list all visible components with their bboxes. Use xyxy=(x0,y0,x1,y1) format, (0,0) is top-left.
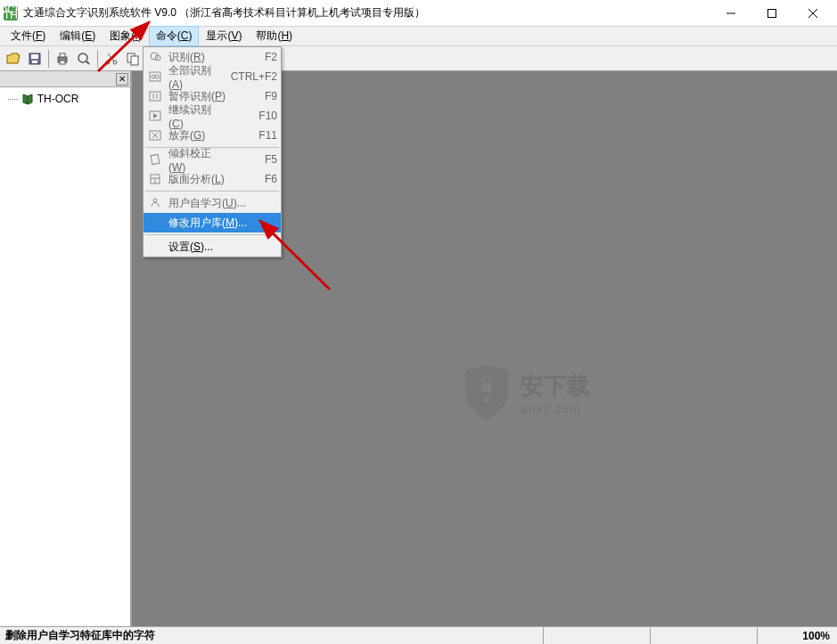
svg-rect-35 xyxy=(151,154,160,164)
dropdown-item[interactable]: 设置(S)... xyxy=(144,237,281,257)
print-preview-button[interactable] xyxy=(74,49,94,69)
dropdown-item-shortcut: F2 xyxy=(233,51,277,63)
dropdown-item-shortcut: F5 xyxy=(233,153,277,166)
tree-connector: ····· xyxy=(7,93,18,105)
status-cell xyxy=(543,627,650,644)
menubar: 文件(F)编辑(E)图象(I)命令(C)显示(V)帮助(H) xyxy=(0,27,837,46)
dropdown-item-shortcut: F9 xyxy=(233,90,277,102)
layout-icon xyxy=(147,171,163,187)
dropdown-item[interactable]: 修改用户库(M)... xyxy=(144,213,281,232)
maximize-button[interactable] xyxy=(751,0,792,27)
dropdown-separator xyxy=(145,234,279,235)
toolbar xyxy=(0,46,837,71)
status-zoom: 100% xyxy=(757,627,837,644)
book-icon xyxy=(21,93,34,105)
workspace: ✕ ····· TH-OCR 安下载 anxz.com xyxy=(0,71,837,626)
cut-button[interactable] xyxy=(102,49,121,69)
deskew-icon xyxy=(147,151,163,167)
open-button[interactable] xyxy=(4,49,23,69)
svg-rect-4 xyxy=(768,9,776,17)
menu-item[interactable]: 显示(V) xyxy=(199,26,249,46)
menu-item[interactable]: 文件(F) xyxy=(4,26,53,46)
svg-rect-12 xyxy=(60,61,65,64)
dropdown-item-label: 用户自学习(U)... xyxy=(168,196,277,211)
abort-icon xyxy=(147,127,163,143)
statusbar: 删除用户自学习特征库中的字符 100% xyxy=(0,626,837,644)
blank-icon xyxy=(147,239,163,255)
blank-icon xyxy=(147,215,163,231)
menu-item[interactable]: 帮助(H) xyxy=(249,26,300,46)
dropdown-item[interactable]: 倾斜校正(W)F5 xyxy=(144,150,281,169)
svg-text:TH: TH xyxy=(4,9,18,20)
save-button[interactable] xyxy=(25,49,45,69)
command-dropdown: 识别(R)F2全部识别(A)CTRL+F2暂停识别(P)F9继续识别(C)F10… xyxy=(143,46,282,257)
sidebar-close-button[interactable]: ✕ xyxy=(116,73,128,86)
toolbar-separator xyxy=(48,50,49,68)
dropdown-item[interactable]: 版面分析(L)F6 xyxy=(144,169,281,189)
copy-button[interactable] xyxy=(123,49,143,69)
svg-point-39 xyxy=(153,199,157,202)
pause-icon xyxy=(147,88,163,104)
status-text: 删除用户自学习特征库中的字符 xyxy=(0,628,543,643)
svg-rect-22 xyxy=(481,383,492,392)
sidebar-header: ✕ xyxy=(0,71,130,87)
menu-item[interactable]: 编辑(E) xyxy=(53,26,103,46)
menu-item[interactable]: 图象(I) xyxy=(103,26,148,46)
watermark-url: anxz.com xyxy=(521,402,590,416)
dropdown-item-label: 设置(S)... xyxy=(168,240,277,255)
svg-rect-11 xyxy=(60,53,65,57)
dropdown-item-label: 放弃(G) xyxy=(168,128,226,143)
menu-item[interactable]: 命令(C) xyxy=(149,26,200,46)
continue-icon xyxy=(147,108,163,124)
dropdown-item-shortcut: CTRL+F2 xyxy=(231,70,277,83)
dropdown-item-label: 版面分析(L) xyxy=(168,172,226,187)
watermark: 安下载 anxz.com xyxy=(462,365,590,420)
svg-point-13 xyxy=(78,53,87,62)
window-controls xyxy=(710,0,833,27)
svg-line-14 xyxy=(86,61,89,64)
svg-point-23 xyxy=(151,53,158,60)
watermark-text: 安下载 xyxy=(521,371,590,402)
print-button[interactable] xyxy=(53,49,72,69)
titlebar: OCRTH 文通综合文字识别系统软件 V9.0 （浙江省高考技术科目计算机上机考… xyxy=(0,0,837,27)
svg-line-18 xyxy=(108,53,114,61)
svg-point-26 xyxy=(152,75,155,78)
dropdown-item-shortcut: F6 xyxy=(233,173,277,185)
svg-rect-20 xyxy=(131,56,138,65)
sidebar: ✕ ····· TH-OCR xyxy=(0,71,132,626)
dropdown-item[interactable]: 放弃(G)F11 xyxy=(144,126,281,145)
recognize-icon xyxy=(147,49,163,65)
dropdown-item-shortcut: F10 xyxy=(233,110,277,122)
dropdown-item[interactable]: 用户自学习(U)... xyxy=(144,193,281,213)
tree-root-item[interactable]: ····· TH-OCR xyxy=(7,93,123,105)
status-cell xyxy=(650,627,757,644)
learn-icon xyxy=(147,195,163,211)
dropdown-item[interactable]: 继续识别(C)F10 xyxy=(144,106,281,126)
svg-point-27 xyxy=(155,75,159,78)
svg-rect-9 xyxy=(32,61,37,63)
tree-item-label: TH-OCR xyxy=(37,93,79,105)
close-button[interactable] xyxy=(792,0,833,27)
app-icon: OCRTH xyxy=(4,6,18,20)
svg-rect-8 xyxy=(31,54,38,59)
dropdown-item-label: 修改用户库(M)... xyxy=(168,216,277,231)
dropdown-item-shortcut: F11 xyxy=(233,129,277,142)
window-title: 文通综合文字识别系统软件 V9.0 （浙江省高考技术科目计算机上机考试项目专用版… xyxy=(23,5,710,20)
dropdown-separator xyxy=(145,191,279,192)
dropdown-item[interactable]: 全部识别(A)CTRL+F2 xyxy=(144,67,281,86)
tree-view[interactable]: ····· TH-OCR xyxy=(0,87,130,110)
svg-rect-28 xyxy=(150,92,160,101)
minimize-button[interactable] xyxy=(710,0,751,27)
toolbar-separator xyxy=(97,50,98,68)
recognize-all-icon xyxy=(147,69,163,85)
svg-line-17 xyxy=(109,53,115,61)
